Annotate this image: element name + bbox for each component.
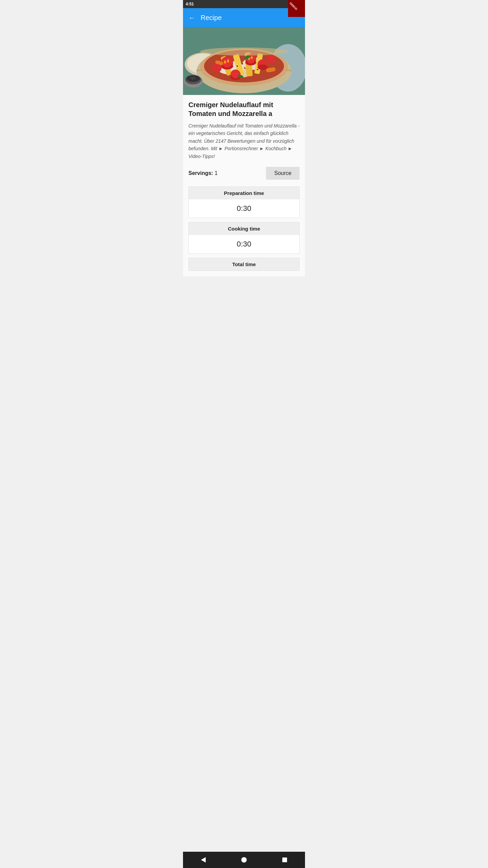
svg-point-36	[237, 65, 238, 67]
svg-point-44	[193, 77, 194, 78]
status-time: 4:51	[186, 2, 194, 6]
svg-point-17	[222, 58, 232, 67]
preparation-time-header: Preparation time	[189, 187, 299, 199]
svg-point-18	[224, 60, 226, 64]
content-area: Cremiger Nudelauflauf mit Tomaten und Mo…	[183, 95, 305, 276]
back-icon: ←	[188, 14, 195, 22]
preparation-time-card: Preparation time 0:30	[188, 186, 300, 218]
svg-point-31	[267, 55, 276, 64]
recipe-image	[183, 27, 305, 95]
debug-ribbon	[288, 0, 305, 17]
svg-point-45	[195, 78, 196, 79]
app-bar-title: Recipe	[201, 14, 222, 22]
cooking-time-value: 0:30	[189, 235, 299, 253]
svg-point-37	[242, 63, 243, 64]
total-time-header: Total time	[189, 258, 299, 271]
svg-point-46	[192, 79, 193, 80]
cooking-time-header: Cooking time	[189, 222, 299, 235]
preparation-time-value: 0:30	[189, 199, 299, 218]
recipe-title: Cremiger Nudelauflauf mit Tomaten und Mo…	[188, 100, 300, 118]
total-time-card: Total time	[188, 258, 300, 271]
svg-point-27	[232, 71, 239, 78]
svg-point-38	[257, 69, 258, 70]
svg-point-29	[258, 64, 268, 70]
svg-point-42	[186, 75, 200, 82]
status-bar: 4:51 ▲ 📶 🔋	[183, 0, 305, 8]
servings-row: Servings: 1 Source	[188, 167, 300, 180]
svg-point-19	[227, 59, 229, 63]
source-button[interactable]: Source	[266, 167, 300, 180]
svg-point-43	[191, 78, 192, 79]
svg-point-24	[251, 56, 253, 59]
cooking-time-card: Cooking time 0:30	[188, 222, 300, 254]
svg-point-39	[200, 47, 288, 56]
app-bar: ← Recipe	[183, 8, 305, 27]
recipe-description: Cremiger Nudelauflauf mit Tomaten und Mo…	[188, 122, 300, 160]
servings-label: Servings: 1	[188, 170, 218, 176]
time-cards: Preparation time 0:30 Cooking time 0:30 …	[188, 186, 300, 271]
servings-value: 1	[215, 170, 218, 176]
back-button[interactable]: ←	[188, 14, 195, 22]
